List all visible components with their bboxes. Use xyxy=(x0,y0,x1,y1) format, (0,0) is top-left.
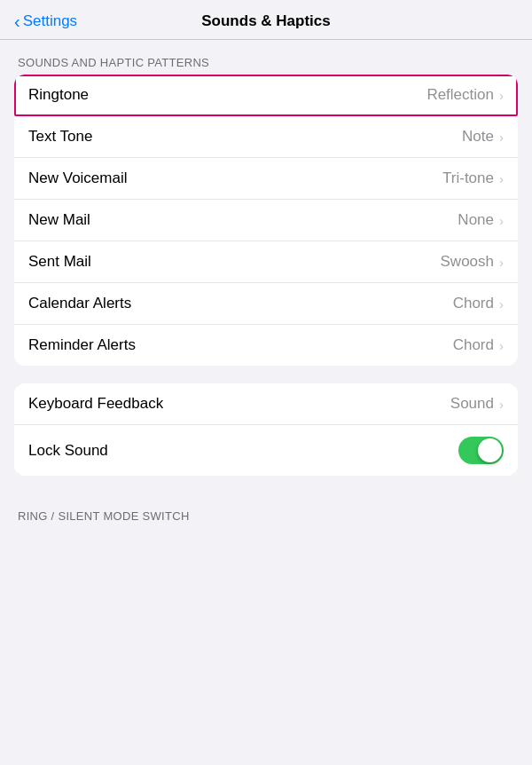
ringtone-value: Reflection xyxy=(426,86,494,104)
toggle-knob xyxy=(478,438,502,462)
sent-mail-row[interactable]: Sent Mail Swoosh › xyxy=(14,241,518,283)
sent-mail-value-container: Swoosh › xyxy=(441,253,504,271)
text-tone-value: Note xyxy=(462,128,494,146)
lock-sound-toggle[interactable] xyxy=(458,437,504,464)
reminder-alerts-value: Chord xyxy=(453,336,494,354)
feedback-card: Keyboard Feedback Sound › Lock Sound xyxy=(14,383,518,476)
ringtone-value-container: Reflection › xyxy=(426,86,504,104)
new-voicemail-value-container: Tri-tone › xyxy=(442,170,504,187)
reminder-alerts-value-container: Chord › xyxy=(453,336,504,354)
new-mail-row[interactable]: New Mail None › xyxy=(14,200,518,241)
text-tone-value-container: Note › xyxy=(462,128,504,146)
keyboard-feedback-value-container: Sound › xyxy=(450,395,504,413)
ringtone-label: Ringtone xyxy=(28,86,89,104)
sounds-patterns-section-label: SOUNDS AND HAPTIC PATTERNS xyxy=(0,40,532,75)
reminder-alerts-label: Reminder Alerts xyxy=(28,336,136,354)
page-title: Sounds & Haptics xyxy=(201,12,330,30)
ring-silent-section-label: RING / SILENT MODE SWITCH xyxy=(0,493,532,528)
ringtone-chevron-icon: › xyxy=(499,88,504,103)
lock-sound-row: Lock Sound xyxy=(14,425,518,476)
sent-mail-value: Swoosh xyxy=(441,253,494,271)
new-mail-value: None xyxy=(458,211,494,229)
new-voicemail-chevron-icon: › xyxy=(499,171,504,186)
new-mail-chevron-icon: › xyxy=(499,213,504,228)
back-button[interactable]: ‹ Settings xyxy=(14,12,77,32)
new-voicemail-row[interactable]: New Voicemail Tri-tone › xyxy=(14,158,518,200)
text-tone-chevron-icon: › xyxy=(499,130,504,145)
sent-mail-label: Sent Mail xyxy=(28,253,91,271)
calendar-alerts-value: Chord xyxy=(453,295,494,312)
keyboard-feedback-label: Keyboard Feedback xyxy=(28,395,163,413)
navigation-header: ‹ Settings Sounds & Haptics xyxy=(0,0,532,40)
calendar-alerts-row[interactable]: Calendar Alerts Chord › xyxy=(14,283,518,325)
text-tone-row[interactable]: Text Tone Note › xyxy=(14,116,518,158)
new-mail-label: New Mail xyxy=(28,211,90,229)
calendar-alerts-label: Calendar Alerts xyxy=(28,295,131,312)
text-tone-label: Text Tone xyxy=(28,128,92,146)
back-chevron-icon: ‹ xyxy=(14,12,20,32)
reminder-alerts-row[interactable]: Reminder Alerts Chord › xyxy=(14,325,518,366)
new-voicemail-label: New Voicemail xyxy=(28,170,128,187)
back-label: Settings xyxy=(23,12,77,30)
sent-mail-chevron-icon: › xyxy=(499,255,504,270)
calendar-alerts-chevron-icon: › xyxy=(499,296,504,312)
reminder-alerts-chevron-icon: › xyxy=(499,338,504,353)
new-voicemail-value: Tri-tone xyxy=(442,170,494,187)
new-mail-value-container: None › xyxy=(458,211,504,229)
ringtone-row[interactable]: Ringtone Reflection › xyxy=(14,75,518,116)
keyboard-feedback-value: Sound xyxy=(450,395,494,413)
sounds-patterns-card: Ringtone Reflection › Text Tone Note › N… xyxy=(14,75,518,366)
keyboard-feedback-chevron-icon: › xyxy=(499,397,504,412)
calendar-alerts-value-container: Chord › xyxy=(453,295,504,312)
keyboard-feedback-row[interactable]: Keyboard Feedback Sound › xyxy=(14,383,518,425)
lock-sound-label: Lock Sound xyxy=(28,442,108,460)
